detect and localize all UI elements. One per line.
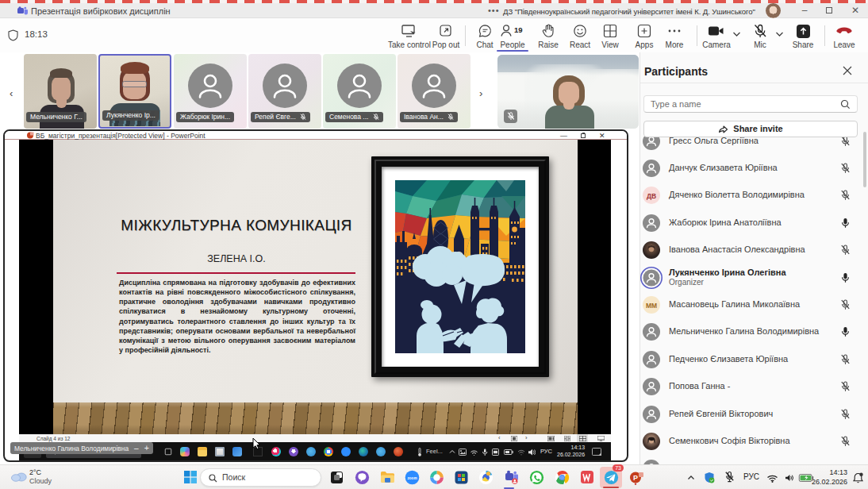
svg-text:19: 19 (514, 25, 523, 34)
svg-text:P: P (632, 473, 637, 481)
svg-text:zoom: zoom (407, 476, 417, 480)
svg-text:ДВ: ДВ (647, 192, 656, 200)
svg-text:ММ: ММ (646, 302, 657, 310)
